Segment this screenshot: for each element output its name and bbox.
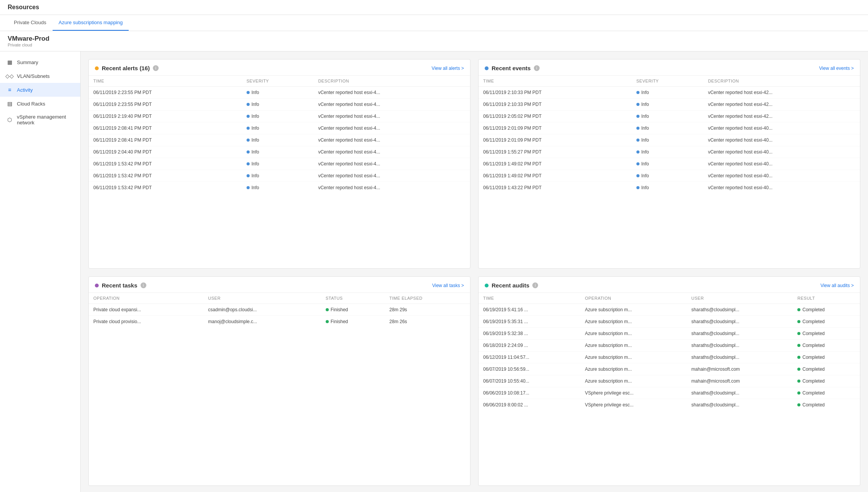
table-row[interactable]: 06/11/2019 1:53:42 PM PDTInfovCenter rep…	[89, 158, 470, 170]
table-cell: 06/06/2019 8:00:02 ...	[479, 399, 580, 408]
events-info-icon[interactable]: i	[534, 65, 540, 71]
table-cell: 06/11/2019 1:53:42 PM PDT	[89, 182, 242, 191]
audits-table: TIMEOPERATIONUSERRESULT 06/19/2019 5:41:…	[479, 293, 860, 408]
table-row[interactable]: 06/11/2019 2:04:40 PM PDTInfovCenter rep…	[89, 146, 470, 158]
sidebar-label-vsphere: vSphere management network	[17, 114, 74, 125]
table-cell: Info	[632, 158, 704, 170]
sidebar-item-vlan-subnets[interactable]: ◇◇VLAN/Subnets	[0, 69, 80, 83]
table-row[interactable]: 06/11/2019 2:08:41 PM PDTInfovCenter rep…	[89, 134, 470, 146]
view-all-alerts-link[interactable]: View all alerts >	[432, 66, 464, 71]
table-cell: sharaths@cloudsimpl...	[687, 387, 793, 399]
table-cell: VSphere privilege esc...	[580, 399, 687, 408]
table-row[interactable]: 06/11/2019 1:43:22 PM PDTInfovCenter rep…	[479, 182, 860, 191]
tab-azure-subscriptions[interactable]: Azure subscriptions mapping	[53, 15, 129, 31]
col-time: TIME	[89, 76, 242, 87]
table-row[interactable]: 06/11/2019 2:01:09 PM PDTInfovCenter rep…	[479, 122, 860, 134]
table-row[interactable]: 06/11/2019 2:05:02 PM PDTInfovCenter rep…	[479, 111, 860, 122]
table-row[interactable]: 06/19/2019 5:32:38 ...Azure subscription…	[479, 328, 860, 340]
table-cell: 06/11/2019 2:10:33 PM PDT	[479, 87, 632, 99]
audits-info-icon[interactable]: i	[532, 282, 538, 288]
table-row[interactable]: 06/12/2019 11:04:57...Azure subscription…	[479, 352, 860, 363]
table-cell: Finished	[321, 304, 385, 316]
table-row[interactable]: Private cloud expansi...csadmin@ops.clou…	[89, 304, 470, 316]
table-cell: vCenter reported host esxi-4...	[313, 158, 470, 170]
events-table-scroll[interactable]: TIMESEVERITYDESCRIPTION 06/11/2019 2:10:…	[479, 76, 860, 191]
table-cell: 06/11/2019 2:23:55 PM PDT	[89, 99, 242, 111]
table-cell: Info	[632, 111, 704, 122]
table-cell: mahain@microsoft.com	[687, 363, 793, 375]
table-cell: Private cloud expansi...	[89, 304, 204, 316]
cloud-subtitle: Private cloud	[8, 43, 860, 47]
table-cell: vCenter reported host esxi-42...	[703, 111, 860, 122]
table-row[interactable]: 06/11/2019 1:49:02 PM PDTInfovCenter rep…	[479, 158, 860, 170]
table-cell: 06/11/2019 1:55:27 PM PDT	[479, 146, 632, 158]
table-cell: 06/11/2019 2:04:40 PM PDT	[89, 146, 242, 158]
table-cell: 06/11/2019 1:49:02 PM PDT	[479, 158, 632, 170]
table-cell: sharaths@cloudsimpl...	[687, 399, 793, 408]
table-cell: vCenter reported host esxi-40...	[703, 182, 860, 191]
tasks-table: OPERATIONUSERSTATUSTIME ELAPSED Private …	[89, 293, 470, 327]
alerts-table-scroll[interactable]: TIMESEVERITYDESCRIPTION 06/11/2019 2:23:…	[89, 76, 470, 191]
sidebar-item-cloud-racks[interactable]: ▤Cloud Racks	[0, 97, 80, 111]
table-row[interactable]: 06/11/2019 1:49:02 PM PDTInfovCenter rep…	[479, 170, 860, 182]
view-all-tasks-link[interactable]: View all tasks >	[432, 283, 464, 288]
table-cell: Completed	[793, 328, 860, 340]
table-row[interactable]: 06/11/2019 2:10:33 PM PDTInfovCenter rep…	[479, 99, 860, 111]
tasks-table-scroll[interactable]: OPERATIONUSERSTATUSTIME ELAPSED Private …	[89, 293, 470, 327]
table-row[interactable]: Private cloud provisio...manoj@cloudsimp…	[89, 316, 470, 328]
col-status: STATUS	[321, 293, 385, 304]
table-row[interactable]: 06/11/2019 2:08:41 PM PDTInfovCenter rep…	[89, 122, 470, 134]
table-cell: Completed	[793, 340, 860, 352]
cloud-title: VMware-Prod	[8, 35, 860, 43]
sidebar-item-activity[interactable]: ≡Activity	[0, 83, 80, 97]
table-row[interactable]: 06/11/2019 2:10:33 PM PDTInfovCenter rep…	[479, 87, 860, 99]
table-cell: 28m 26s	[385, 316, 470, 328]
alerts-info-icon[interactable]: i	[153, 65, 159, 71]
table-row[interactable]: 06/19/2019 5:35:31 ...Azure subscription…	[479, 316, 860, 328]
table-row[interactable]: 06/11/2019 2:01:09 PM PDTInfovCenter rep…	[479, 134, 860, 146]
table-row[interactable]: 06/11/2019 2:23:55 PM PDTInfovCenter rep…	[89, 87, 470, 99]
table-cell: Azure subscription m...	[580, 375, 687, 387]
view-all-audits-link[interactable]: View all audits >	[820, 283, 854, 288]
table-row[interactable]: 06/06/2019 8:00:02 ...VSphere privilege …	[479, 399, 860, 408]
table-cell: vCenter reported host esxi-4...	[313, 182, 470, 191]
table-cell: 06/19/2019 5:32:38 ...	[479, 328, 580, 340]
table-cell: Private cloud provisio...	[89, 316, 204, 328]
table-cell: 06/11/2019 2:19:40 PM PDT	[89, 111, 242, 122]
audits-table-scroll[interactable]: TIMEOPERATIONUSERRESULT 06/19/2019 5:41:…	[479, 293, 860, 408]
table-row[interactable]: 06/07/2019 10:55:40...Azure subscription…	[479, 375, 860, 387]
table-cell: 06/11/2019 2:05:02 PM PDT	[479, 111, 632, 122]
table-row[interactable]: 06/11/2019 1:53:42 PM PDTInfovCenter rep…	[89, 170, 470, 182]
table-cell: 06/11/2019 1:49:02 PM PDT	[479, 170, 632, 182]
sidebar-item-vsphere[interactable]: ⬡vSphere management network	[0, 111, 80, 129]
table-cell: 06/11/2019 2:23:55 PM PDT	[89, 87, 242, 99]
tab-private-clouds[interactable]: Private Clouds	[8, 15, 53, 31]
table-row[interactable]: 06/06/2019 10:08:17...VSphere privilege …	[479, 387, 860, 399]
table-row[interactable]: 06/11/2019 1:53:42 PM PDTInfovCenter rep…	[89, 182, 470, 191]
sidebar-item-summary[interactable]: ▦Summary	[0, 55, 80, 69]
tabs-bar: Private CloudsAzure subscriptions mappin…	[0, 15, 868, 31]
table-row[interactable]: 06/07/2019 10:56:59...Azure subscription…	[479, 363, 860, 375]
table-cell: Info	[242, 87, 314, 99]
table-cell: Info	[632, 182, 704, 191]
col-result: RESULT	[793, 293, 860, 304]
sidebar-label-cloud-racks: Cloud Racks	[17, 101, 45, 107]
alerts-table: TIMESEVERITYDESCRIPTION 06/11/2019 2:23:…	[89, 76, 470, 191]
sidebar-label-activity: Activity	[17, 87, 33, 93]
table-row[interactable]: 06/19/2019 5:41:16 ...Azure subscription…	[479, 304, 860, 316]
table-cell: vCenter reported host esxi-4...	[313, 111, 470, 122]
table-cell: csadmin@ops.cloudsi...	[204, 304, 321, 316]
table-row[interactable]: 06/11/2019 1:55:27 PM PDTInfovCenter rep…	[479, 146, 860, 158]
tasks-info-icon[interactable]: i	[141, 282, 146, 288]
view-all-events-link[interactable]: View all events >	[819, 66, 854, 71]
table-cell: Azure subscription m...	[580, 328, 687, 340]
table-row[interactable]: 06/11/2019 2:23:55 PM PDTInfovCenter rep…	[89, 99, 470, 111]
table-cell: vCenter reported host esxi-4...	[313, 134, 470, 146]
table-cell: Completed	[793, 399, 860, 408]
sidebar-label-vlan-subnets: VLAN/Subnets	[17, 73, 50, 79]
table-row[interactable]: 06/11/2019 2:19:40 PM PDTInfovCenter rep…	[89, 111, 470, 122]
table-cell: 06/19/2019 5:35:31 ...	[479, 316, 580, 328]
table-cell: 06/11/2019 2:08:41 PM PDT	[89, 134, 242, 146]
table-row[interactable]: 06/18/2019 2:24:09 ...Azure subscription…	[479, 340, 860, 352]
col-description: DESCRIPTION	[703, 76, 860, 87]
